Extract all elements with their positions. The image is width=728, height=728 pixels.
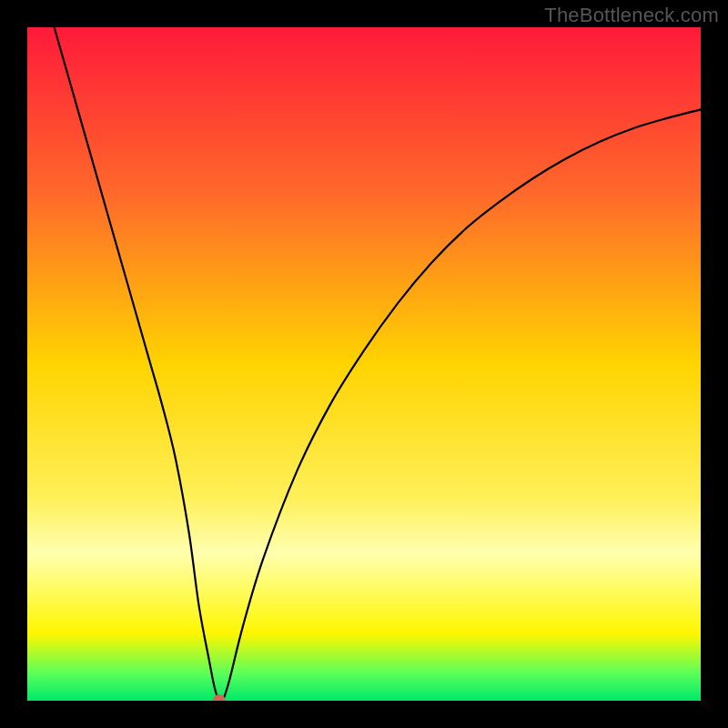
watermark-label: TheBottleneck.com <box>544 4 719 27</box>
plot-area <box>27 27 701 701</box>
gradient-background <box>27 27 701 701</box>
chart-frame: TheBottleneck.com <box>0 0 728 728</box>
chart-svg <box>27 27 701 701</box>
